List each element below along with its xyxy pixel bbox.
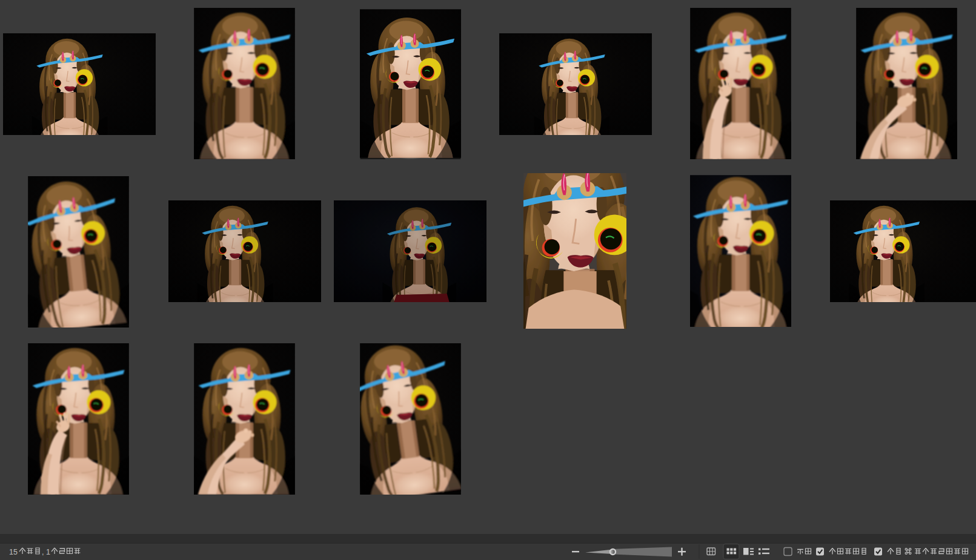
- svg-text:, 1: , 1: [42, 548, 50, 556]
- svg-text:15: 15: [9, 548, 18, 556]
